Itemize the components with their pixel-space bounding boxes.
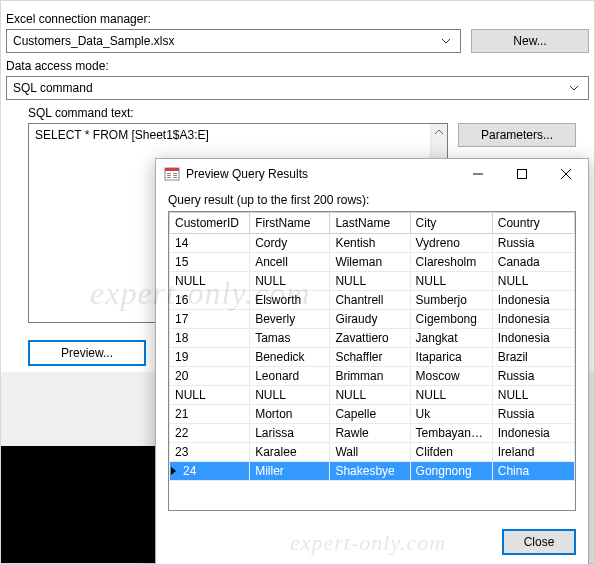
table-cell: 18	[170, 329, 250, 348]
table-cell: Wileman	[330, 253, 410, 272]
table-cell: Chantrell	[330, 291, 410, 310]
result-grid[interactable]: CustomerIDFirstNameLastNameCityCountry 1…	[168, 211, 576, 511]
svg-rect-9	[518, 170, 527, 179]
table-cell: Sumberjo	[410, 291, 492, 310]
table-row[interactable]: 15AncellWilemanClaresholmCanada	[170, 253, 575, 272]
table-cell: Leonard	[250, 367, 330, 386]
table-cell: NULL	[410, 272, 492, 291]
preview-query-dialog: Preview Query Results Query result (up t…	[155, 158, 589, 564]
table-row[interactable]: 19BenedickSchafflerItaparicaBrazil	[170, 348, 575, 367]
table-row[interactable]: 20LeonardBrimmanMoscowRussia	[170, 367, 575, 386]
table-row[interactable]: 16ElsworthChantrellSumberjoIndonesia	[170, 291, 575, 310]
table-cell: Indonesia	[492, 424, 574, 443]
table-row[interactable]: 17BeverlyGiraudyCigembongIndonesia	[170, 310, 575, 329]
table-cell: NULL	[170, 386, 250, 405]
table-row[interactable]: 23KaraleeWallClifdenIreland	[170, 443, 575, 462]
table-cell: Jangkat	[410, 329, 492, 348]
table-cell: NULL	[250, 272, 330, 291]
table-cell: Russia	[492, 234, 574, 253]
table-cell: Rawle	[330, 424, 410, 443]
table-cell: 15	[170, 253, 250, 272]
table-cell: Giraudy	[330, 310, 410, 329]
table-cell: Tamas	[250, 329, 330, 348]
new-button[interactable]: New...	[471, 29, 589, 53]
svg-rect-3	[167, 175, 171, 176]
column-header[interactable]: CustomerID	[170, 213, 250, 234]
titlebar: Preview Query Results	[156, 159, 588, 189]
app-icon	[164, 166, 180, 182]
table-cell: Brimman	[330, 367, 410, 386]
table-cell: Gongnong	[410, 462, 492, 481]
table-cell: Miller	[250, 462, 330, 481]
table-cell: Canada	[492, 253, 574, 272]
table-cell: Indonesia	[492, 291, 574, 310]
table-cell: Ancell	[250, 253, 330, 272]
table-row[interactable]: 22LarissaRawleTembayanga...Indonesia	[170, 424, 575, 443]
table-cell: 19	[170, 348, 250, 367]
table-cell: NULL	[492, 272, 574, 291]
table-cell: Claresholm	[410, 253, 492, 272]
close-button[interactable]: Close	[502, 529, 576, 555]
table-cell: 21	[170, 405, 250, 424]
table-row[interactable]: NULLNULLNULLNULLNULL	[170, 386, 575, 405]
table-cell: Karalee	[250, 443, 330, 462]
table-cell: Capelle	[330, 405, 410, 424]
table-cell: NULL	[492, 386, 574, 405]
table-cell: Russia	[492, 405, 574, 424]
svg-rect-1	[165, 168, 179, 171]
table-cell: 24	[170, 462, 250, 481]
chevron-down-icon	[438, 33, 454, 49]
table-cell: Brazil	[492, 348, 574, 367]
parameters-button[interactable]: Parameters...	[458, 123, 576, 147]
table-row[interactable]: 21MortonCapelleUkRussia	[170, 405, 575, 424]
svg-rect-6	[173, 175, 177, 176]
table-cell: NULL	[250, 386, 330, 405]
svg-rect-4	[167, 177, 171, 178]
column-header[interactable]: LastName	[330, 213, 410, 234]
table-cell: Shakesbye	[330, 462, 410, 481]
table-row[interactable]: 24MillerShakesbyeGongnongChina	[170, 462, 575, 481]
table-cell: Uk	[410, 405, 492, 424]
column-header[interactable]: Country	[492, 213, 574, 234]
table-cell: 20	[170, 367, 250, 386]
data-access-dropdown[interactable]: SQL command	[6, 76, 589, 100]
table-cell: Indonesia	[492, 329, 574, 348]
table-cell: Russia	[492, 367, 574, 386]
svg-rect-5	[173, 173, 177, 174]
table-cell: 22	[170, 424, 250, 443]
table-cell: Clifden	[410, 443, 492, 462]
maximize-button[interactable]	[500, 159, 544, 189]
preview-button[interactable]: Preview...	[28, 340, 146, 366]
excel-conn-dropdown[interactable]: Customers_Data_Sample.xlsx	[6, 29, 461, 53]
table-cell: Schaffler	[330, 348, 410, 367]
table-cell: Morton	[250, 405, 330, 424]
data-access-label: Data access mode:	[6, 59, 589, 73]
column-header[interactable]: City	[410, 213, 492, 234]
chevron-down-icon	[566, 80, 582, 96]
table-row[interactable]: NULLNULLNULLNULLNULL	[170, 272, 575, 291]
table-cell: Wall	[330, 443, 410, 462]
close-icon[interactable]	[544, 159, 588, 189]
table-cell: 16	[170, 291, 250, 310]
table-row[interactable]: 18TamasZavattieroJangkatIndonesia	[170, 329, 575, 348]
table-cell: Cordy	[250, 234, 330, 253]
table-cell: Benedick	[250, 348, 330, 367]
minimize-button[interactable]	[456, 159, 500, 189]
table-cell: Indonesia	[492, 310, 574, 329]
excel-conn-label: Excel connection manager:	[6, 12, 589, 26]
table-cell: Moscow	[410, 367, 492, 386]
table-row[interactable]: 14CordyKentishVydrenoRussia	[170, 234, 575, 253]
dialog-title: Preview Query Results	[186, 167, 456, 181]
table-cell: Itaparica	[410, 348, 492, 367]
table-cell: 17	[170, 310, 250, 329]
table-cell: NULL	[330, 272, 410, 291]
sql-text-label: SQL command text:	[28, 106, 589, 120]
table-cell: China	[492, 462, 574, 481]
table-cell: Cigembong	[410, 310, 492, 329]
excel-conn-value: Customers_Data_Sample.xlsx	[13, 34, 174, 48]
column-header[interactable]: FirstName	[250, 213, 330, 234]
data-access-value: SQL command	[13, 81, 93, 95]
table-cell: Zavattiero	[330, 329, 410, 348]
table-cell: NULL	[170, 272, 250, 291]
query-subtitle: Query result (up to the first 200 rows):	[168, 193, 576, 207]
